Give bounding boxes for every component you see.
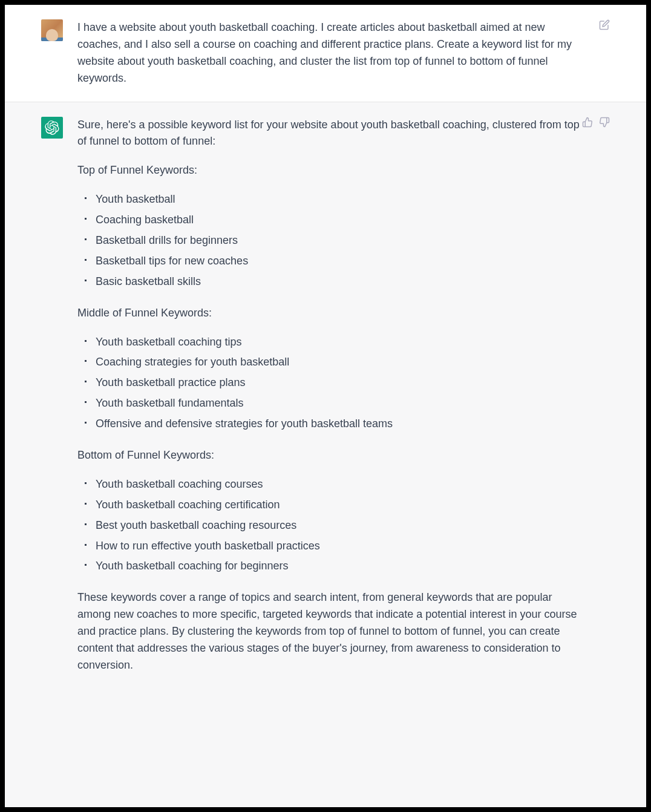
keyword-list-top: Youth basketball Coaching basketball Bas… [87, 191, 586, 290]
user-avatar [41, 19, 63, 41]
edit-button[interactable] [599, 19, 610, 30]
assistant-outro: These keywords cover a range of topics a… [77, 589, 586, 673]
section-label-top: Top of Funnel Keywords: [77, 162, 586, 179]
list-item: Coaching strategies for youth basketball [87, 354, 586, 371]
keyword-list-middle: Youth basketball coaching tips Coaching … [87, 334, 586, 433]
list-item: Youth basketball coaching for beginners [87, 558, 586, 575]
thumbs-up-icon [582, 117, 593, 128]
user-message-text: I have a website about youth basketball … [77, 19, 610, 87]
user-message-actions [599, 19, 610, 30]
list-item: Coaching basketball [87, 212, 586, 229]
section-label-middle: Middle of Funnel Keywords: [77, 305, 586, 322]
user-prompt-text: I have a website about youth basketball … [77, 19, 586, 87]
list-item: Youth basketball [87, 191, 586, 208]
assistant-message: Sure, here's a possible keyword list for… [5, 102, 646, 689]
openai-logo-icon [45, 120, 59, 135]
section-label-bottom: Bottom of Funnel Keywords: [77, 447, 586, 464]
list-item: Youth basketball practice plans [87, 375, 586, 391]
assistant-message-content: Sure, here's a possible keyword list for… [77, 117, 610, 674]
list-item: Youth basketball fundamentals [87, 395, 586, 412]
edit-icon [599, 19, 610, 30]
list-item: Youth basketball coaching tips [87, 334, 586, 351]
list-item: Best youth basketball coaching resources [87, 517, 586, 534]
list-item: Basic basketball skills [87, 273, 586, 290]
list-item: How to run effective youth basketball pr… [87, 538, 586, 555]
thumbs-down-icon [599, 117, 610, 128]
assistant-avatar [41, 117, 63, 139]
list-item: Youth basketball coaching certification [87, 497, 586, 514]
list-item: Basketball tips for new coaches [87, 253, 586, 270]
chat-window: I have a website about youth basketball … [5, 5, 646, 807]
user-message: I have a website about youth basketball … [5, 5, 646, 102]
assistant-message-actions [582, 117, 610, 128]
keyword-list-bottom: Youth basketball coaching courses Youth … [87, 476, 586, 575]
assistant-intro: Sure, here's a possible keyword list for… [77, 117, 586, 151]
list-item: Basketball drills for beginners [87, 232, 586, 249]
thumbs-down-button[interactable] [599, 117, 610, 128]
list-item: Offensive and defensive strategies for y… [87, 416, 586, 433]
list-item: Youth basketball coaching courses [87, 476, 586, 493]
thumbs-up-button[interactable] [582, 117, 593, 128]
